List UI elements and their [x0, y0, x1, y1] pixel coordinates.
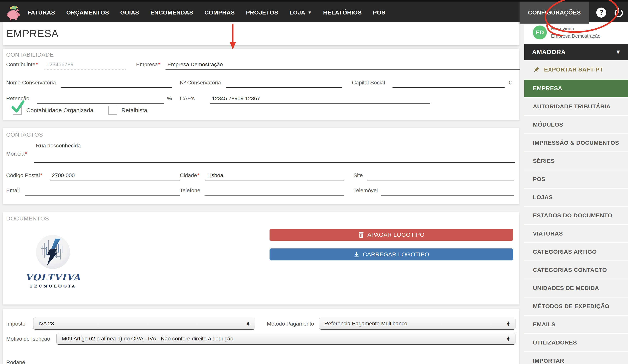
- sidebar-item-emails[interactable]: EMAILS: [524, 316, 628, 333]
- nav-encomendas[interactable]: ENCOMENDAS: [151, 9, 193, 16]
- welcome-company-name: Empresa Demostração: [551, 33, 601, 39]
- main-menu: FATURAS ORÇAMENTOS GUIAS ENCOMENDAS COMP…: [27, 1, 386, 24]
- welcome-panel: ED Bem-vindo, Empresa Demostração: [524, 22, 628, 44]
- num-conservatoria-label: Nº Conservatória: [180, 80, 221, 86]
- contribuinte-label: Contribuinte*: [6, 61, 38, 68]
- exportar-saft-pt[interactable]: EXPORTAR SAFT-PT: [524, 60, 628, 79]
- codigo-postal-label: Código Postal*: [6, 172, 42, 179]
- contribuinte-field[interactable]: 123456789: [44, 60, 126, 69]
- company-logo: VOLTVIVA TECNOLOGIA: [10, 235, 95, 289]
- codigo-postal-field[interactable]: 2700-000: [50, 170, 180, 181]
- telefone-field[interactable]: [205, 185, 344, 195]
- sidebar-item-modulos[interactable]: MÓDULOS: [524, 116, 628, 133]
- retalhista-checkbox[interactable]: [108, 106, 117, 115]
- top-navigation-bar: FATURAS ORÇAMENTOS GUIAS ENCOMENDAS COMP…: [0, 0, 628, 22]
- sidebar-item-utilizadores[interactable]: UTILIZADORES: [524, 334, 628, 351]
- rodape-label: Rodapé: [6, 359, 25, 364]
- motivo-isencao-select[interactable]: M09 Artigo 62.o alínea b) do CIVA - IVA …: [57, 333, 515, 345]
- cidade-field[interactable]: Lisboa: [205, 170, 344, 181]
- morada-field[interactable]: Rua desconhecida: [34, 141, 515, 163]
- retencao-suffix: %: [167, 95, 172, 102]
- carregar-logotipo-button[interactable]: CARREGAR LOGOTIPO: [270, 248, 513, 260]
- retencao-label: Retenção: [6, 95, 29, 102]
- select-stepper-icon: ▲▼: [242, 321, 250, 326]
- sidebar-item-autoridade-tributaria[interactable]: AUTORIDADE TRIBUTÁRIA: [524, 98, 628, 115]
- motivo-isencao-label: Motivo de Isenção: [6, 336, 50, 342]
- nav-compras[interactable]: COMPRAS: [204, 9, 235, 16]
- telemovel-label: Telemóvel: [353, 187, 378, 194]
- capital-social-field[interactable]: [392, 78, 505, 88]
- num-conservatoria-field[interactable]: [226, 78, 342, 88]
- piggy-bank-logo-icon[interactable]: [5, 4, 22, 22]
- documentos-section: DOCUMENTOS: [3, 212, 519, 304]
- contactos-section: CONTACTOS Morada* Rua desconhecida Códig…: [3, 128, 519, 204]
- company-logo-image: [36, 235, 70, 269]
- welcome-greeting: Bem-vindo,: [551, 26, 575, 31]
- sidebar-item-importar[interactable]: IMPORTAR: [524, 352, 628, 364]
- apagar-logotipo-button[interactable]: APAGAR LOGOTIPO: [270, 229, 513, 241]
- section-header-contabilidade: CONTABILIDADE: [6, 51, 54, 58]
- nav-pos[interactable]: POS: [373, 9, 386, 16]
- nav-relatorios[interactable]: RELATÓRIOS: [323, 9, 362, 16]
- sidebar-item-viaturas[interactable]: VIATURAS: [524, 225, 628, 242]
- cidade-label: Cidade*: [180, 172, 200, 179]
- page-title: EMPRESA: [6, 27, 59, 39]
- sidebar-item-series[interactable]: SÉRIES: [524, 152, 628, 170]
- upload-download-icon: [353, 251, 360, 258]
- sidebar-item-metodos-de-expedicao[interactable]: MÉTODOS DE EXPEDIÇÃO: [524, 298, 628, 315]
- nav-faturas[interactable]: FATURAS: [27, 9, 55, 16]
- sidebar-item-unidades-de-medida[interactable]: UNIDADES DE MEDIDA: [524, 279, 628, 297]
- defaults-section: Imposto IVA 23 ▲▼ Método Pagamento Refer…: [3, 309, 519, 364]
- section-header-contactos: CONTACTOS: [6, 131, 43, 138]
- nav-orcamentos[interactable]: ORÇAMENTOS: [66, 9, 109, 16]
- help-icon[interactable]: ?: [596, 7, 606, 18]
- retalhista-label: Retalhista: [121, 107, 147, 114]
- sidebar-item-empresa[interactable]: EMPRESA: [524, 80, 628, 97]
- contabilidade-organizada-label: Contabilidade Organizada: [26, 107, 93, 114]
- contabilidade-organizada-checkbox[interactable]: [13, 106, 22, 115]
- section-header-documentos: DOCUMENTOS: [6, 215, 49, 222]
- nome-conservatoria-label: Nome Conservatória: [6, 80, 56, 86]
- page-header-card: EMPRESA: [3, 22, 519, 45]
- sidebar-item-pos[interactable]: POS: [524, 170, 628, 188]
- sidebar-item-impressao-documentos[interactable]: IMPRESSÃO & DOCUMENTOS: [524, 134, 628, 151]
- empresa-label: Empresa*: [136, 61, 160, 68]
- caes-field[interactable]: 12345 78909 12367: [210, 94, 430, 104]
- settings-sidebar: ED Bem-vindo, Empresa Demostração AMADOR…: [524, 22, 628, 364]
- nome-conservatoria-field[interactable]: [61, 78, 172, 88]
- empresa-field[interactable]: Empresa Demostração: [165, 60, 520, 69]
- chevron-down-icon: ▼: [615, 49, 621, 55]
- site-field[interactable]: [367, 170, 514, 181]
- chevron-down-icon: ▼: [308, 10, 312, 15]
- site-label: Site: [353, 172, 363, 179]
- select-stepper-icon: ▲▼: [502, 336, 510, 341]
- nav-configuracoes[interactable]: CONFIGURAÇÕES: [520, 1, 589, 24]
- metodo-pagamento-select[interactable]: Referência Pagamento Multibanco ▲▼: [319, 318, 515, 330]
- nav-loja[interactable]: LOJA▼: [289, 9, 312, 16]
- nav-guias[interactable]: GUIAS: [120, 9, 139, 16]
- select-stepper-icon: ▲▼: [502, 321, 510, 326]
- morada-label: Morada*: [6, 151, 27, 157]
- nav-projetos[interactable]: PROJETOS: [246, 9, 278, 16]
- sidebar-item-lojas[interactable]: LOJAS: [524, 188, 628, 206]
- sidebar-item-estados-do-documento[interactable]: ESTADOS DO DOCUMENTO: [524, 207, 628, 224]
- logo-title-text: VOLTVIVA: [10, 272, 95, 283]
- metodo-pagamento-label: Método Pagamento: [267, 321, 314, 327]
- telemovel-field[interactable]: [381, 185, 514, 195]
- power-logout-icon[interactable]: [614, 7, 624, 18]
- retencao-field[interactable]: [37, 94, 164, 104]
- avatar[interactable]: ED: [533, 25, 547, 39]
- company-selector[interactable]: AMADORA ▼: [524, 44, 628, 60]
- sidebar-item-categorias-contacto[interactable]: CATEGORIAS CONTACTO: [524, 261, 628, 279]
- trash-icon: [358, 232, 364, 238]
- capital-social-suffix: €: [509, 80, 512, 86]
- email-field[interactable]: [25, 185, 180, 195]
- logo-subtitle-text: TECNOLOGIA: [10, 284, 95, 289]
- topbar-right-cluster: CONFIGURAÇÕES ?: [520, 1, 628, 24]
- telefone-label: Telefone: [180, 187, 200, 194]
- sidebar-item-categorias-artigo[interactable]: CATEGORIAS ARTIGO: [524, 243, 628, 260]
- imposto-label: Imposto: [6, 321, 25, 327]
- lightning-bolt-graphic: [38, 238, 68, 266]
- imposto-select[interactable]: IVA 23 ▲▼: [33, 318, 255, 330]
- email-label: Email: [6, 187, 20, 194]
